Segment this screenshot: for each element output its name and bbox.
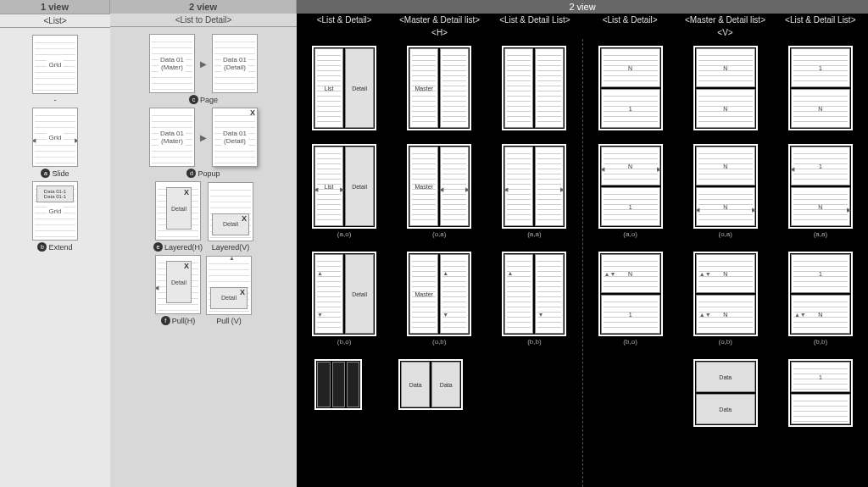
main-header: 2 view xyxy=(297,0,868,14)
h-row-2: ▲▼Detail(b,o) Master▲▼(o,b) ▲▼(b,b) xyxy=(297,245,582,352)
pattern-popup[interactable]: Data 01 (Mater) ▶ XData 01 (Detail) dPop… xyxy=(115,108,292,178)
v-thumb[interactable]: 1 xyxy=(788,359,853,427)
h-thumb[interactable]: ListDetail xyxy=(312,46,376,130)
col2-sub: <List to Detail> xyxy=(110,14,297,27)
h-thumb[interactable]: ◀▶ListDetail(a,o) xyxy=(312,144,376,238)
h-row-0: ListDetail Master xyxy=(297,39,582,137)
col1-cells: Grid - ◀▶Grid aSlide Data 01-1Data 01-1G… xyxy=(0,28,110,258)
pattern-layered[interactable]: XDetail eLayered(H) XDetail Layered(V) xyxy=(115,181,292,252)
h-column: ListDetail Master ◀▶ListDetail(a,o) Mast… xyxy=(297,39,583,487)
v-thumb[interactable]: 1N xyxy=(788,46,853,130)
list-grid-slide[interactable]: ◀▶Grid aSlide xyxy=(5,108,105,178)
v-thumb[interactable]: ▲▼N▲▼N(o,b) xyxy=(693,252,758,346)
v-thumb[interactable]: N1 xyxy=(598,46,663,130)
v-thumb[interactable]: ▲▼N1(b,o) xyxy=(598,252,663,346)
h-thumb[interactable]: ▲▼(b,b) xyxy=(502,252,566,346)
v-thumb[interactable]: N◀▶N(o,a) xyxy=(693,144,758,238)
pattern-pull[interactable]: ◀XDetail fPull(H) ▲XDetail Pull (V) xyxy=(115,255,292,325)
h-thumb[interactable]: DataData xyxy=(398,359,463,410)
h-thumb[interactable] xyxy=(502,46,566,130)
v-thumb[interactable]: DataData xyxy=(693,359,758,427)
column-1-view: 1 view <List> Grid - ◀▶Grid aSlide Data … xyxy=(0,0,110,487)
v-thumb[interactable]: ◀1▶N(a,a) xyxy=(788,144,853,238)
main-hv: <H><V> xyxy=(297,26,868,39)
main-subheaders: <List & Detail><Master & Detail list><Li… xyxy=(297,14,868,26)
v-column: N1 NN 1N ◀▶N1(a,o) N◀▶N(o,a) ◀1▶N(a,a) ▲… xyxy=(583,39,869,487)
list-grid-extend[interactable]: Data 01-1Data 01-1Grid bExtend xyxy=(5,181,105,252)
h-thumb[interactable]: Master▲▼(o,b) xyxy=(407,252,471,346)
v-row-2: ▲▼N1(b,o) ▲▼N▲▼N(o,b) 1▲▼N(b,b) xyxy=(583,245,869,352)
column-2-view-list-to-detail: 2 view <List to Detail> Data 01 (Mater) … xyxy=(110,0,297,487)
h-thumb[interactable]: Master xyxy=(407,46,471,130)
h-thumb[interactable]: Master◀▶(o,a) xyxy=(407,144,471,238)
close-icon: X xyxy=(184,188,189,196)
close-icon: X xyxy=(240,288,245,296)
close-icon: X xyxy=(242,214,247,223)
close-icon: X xyxy=(250,108,255,117)
col2-header: 2 view xyxy=(110,0,297,14)
col1-header: 1 view xyxy=(0,0,110,14)
main-2-view-area: 2 view <List & Detail><Master & Detail l… xyxy=(297,0,868,487)
v-row-extra: DataData 1 xyxy=(583,352,869,434)
v-thumb[interactable]: 1▲▼N(b,b) xyxy=(788,252,853,346)
main-content: ListDetail Master ◀▶ListDetail(a,o) Mast… xyxy=(297,39,868,487)
h-row-1: ◀▶ListDetail(a,o) Master◀▶(o,a) ◀▶(a,a) xyxy=(297,137,582,245)
v-row-1: ◀▶N1(a,o) N◀▶N(o,a) ◀1▶N(a,a) xyxy=(583,137,869,245)
h-thumb[interactable]: ◀▶(a,a) xyxy=(502,144,566,238)
h-thumb[interactable]: ▲▼Detail(b,o) xyxy=(312,252,376,346)
v-thumb[interactable]: ◀▶N1(a,o) xyxy=(598,144,663,238)
h-row-extra: DataData xyxy=(297,352,582,417)
col2-cells: Data 01 (Mater) ▶ Data 01 (Detail) cPage… xyxy=(110,27,297,332)
h-thumb[interactable] xyxy=(314,359,362,410)
col1-sub: <List> xyxy=(0,14,110,28)
v-row-0: N1 NN 1N xyxy=(583,39,869,137)
pattern-page[interactable]: Data 01 (Mater) ▶ Data 01 (Detail) cPage xyxy=(115,34,292,104)
close-icon: X xyxy=(184,262,189,270)
list-grid-basic[interactable]: Grid - xyxy=(5,35,105,104)
v-thumb[interactable]: NN xyxy=(693,46,758,130)
cap-basic: - xyxy=(54,96,57,104)
